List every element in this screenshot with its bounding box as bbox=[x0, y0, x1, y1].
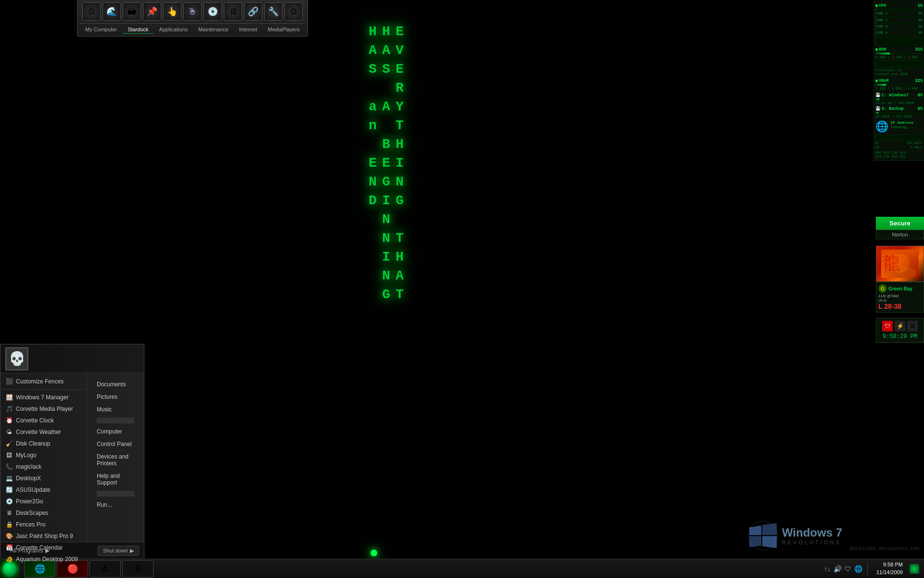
nav-maintenance[interactable]: Maintenance bbox=[193, 26, 233, 34]
norton-brand-label: Norton bbox=[876, 230, 924, 239]
nav-applications[interactable]: Applications bbox=[154, 26, 192, 34]
menu-corvette-clock-label: Corvette Clock bbox=[16, 417, 54, 424]
menu-fences-pro[interactable]: 🔒 Fences Pro bbox=[0, 519, 87, 530]
shutdown-button[interactable]: Shut down ▶ bbox=[98, 546, 139, 556]
menu-disk-cleanup[interactable]: 🧹 Disk Cleanup bbox=[0, 438, 87, 449]
menu-power2go-label: Power2Go bbox=[16, 498, 43, 505]
show-desktop-button[interactable] bbox=[910, 564, 919, 574]
sports-date: 11/8 @TAM bbox=[878, 294, 922, 298]
game-widget[interactable]: 龍 bbox=[876, 246, 924, 282]
right-run[interactable]: Run... bbox=[90, 499, 141, 511]
menu-desktopx[interactable]: 💻 DesktopX bbox=[0, 473, 87, 484]
core4-val: 0% bbox=[919, 31, 923, 35]
toolbar-icon-3[interactable]: 🏔 bbox=[123, 2, 141, 21]
tray-monitor-icon[interactable]: 🖥 bbox=[907, 321, 918, 331]
win7-text-area: Windows 7 REVOLUTIONS bbox=[782, 526, 842, 545]
right-documents[interactable]: Documents bbox=[90, 378, 141, 391]
ram-percent: 31% bbox=[915, 47, 923, 52]
mylogo-icon: 🖼 bbox=[5, 451, 13, 459]
drive-g-bar bbox=[875, 112, 923, 114]
right-help[interactable]: Help and Support bbox=[90, 470, 141, 489]
menu-paintshop[interactable]: 🎨 Jasc Paint Shop Pro 9 bbox=[0, 530, 87, 542]
toolbar-icon-4[interactable]: 📌 bbox=[143, 2, 161, 21]
menu-corvette-clock[interactable]: ⏰ Corvette Clock bbox=[0, 415, 87, 426]
core2-fill bbox=[875, 22, 876, 24]
drive-c-fill bbox=[875, 98, 879, 100]
menu-mylogo[interactable]: 🖼 MyLogo bbox=[0, 449, 87, 461]
net-dl-row: DL 320.0B/s bbox=[875, 141, 923, 145]
taskbar-clock[interactable]: 9:58 PM 11/14/2009 bbox=[873, 561, 907, 576]
clock-time: 9:58 PM bbox=[876, 561, 903, 568]
menu-corvette-weather[interactable]: 🌤 Corvette Weather bbox=[0, 426, 87, 438]
vram-label: VRAM bbox=[879, 79, 888, 83]
toolbar-icon-1[interactable]: ⚙ bbox=[82, 2, 101, 21]
nav-mycomputer[interactable]: My Computer bbox=[80, 26, 122, 34]
toolbar-icon-11[interactable]: ⚙ bbox=[284, 2, 303, 21]
toolbar-icon-6[interactable]: 🖱 bbox=[183, 2, 202, 21]
drive-c-bar bbox=[875, 98, 923, 100]
toolbar-icon-8[interactable]: 🖥 bbox=[224, 2, 242, 21]
menu-corvette-media-label: Corvette Media Player bbox=[16, 406, 73, 412]
menu-magiclack[interactable]: 📞 magiclack bbox=[0, 461, 87, 473]
tray-shield-icon[interactable]: 🛡 bbox=[882, 321, 893, 331]
taskbar-thumb-4[interactable]: 🖥 bbox=[122, 560, 154, 578]
nav-mediaplayers[interactable]: MediaPlayers bbox=[263, 26, 305, 34]
tray-lightning-icon[interactable]: ⚡ bbox=[895, 321, 905, 331]
toolbar-icon-9[interactable]: 🔗 bbox=[244, 2, 262, 21]
menu-deskscapes-label: DeskScapes bbox=[16, 510, 48, 516]
norton-secure-button[interactable]: Secure bbox=[876, 217, 924, 230]
menu-corvette-weather-label: Corvette Weather bbox=[16, 429, 61, 435]
cpu-percent: 1% bbox=[918, 3, 923, 8]
right-control-panel[interactable]: Control Panel bbox=[90, 438, 141, 450]
toolbar-icon-7[interactable]: 💿 bbox=[204, 2, 222, 21]
menu-customize-fences[interactable]: ⬛ Customize Fences bbox=[0, 376, 87, 387]
right-music[interactable]: Music bbox=[90, 403, 141, 416]
desktopx-icon: 💻 bbox=[5, 474, 13, 482]
menu-power2go[interactable]: 💿 Power2Go bbox=[0, 496, 87, 507]
tray-security-icon[interactable]: 🛡 bbox=[845, 565, 851, 573]
core3-fill bbox=[875, 28, 876, 30]
start-menu-body: ⬛ Customize Fences 🪟 Windows 7 Manager 🎵… bbox=[0, 373, 144, 542]
menu-windows7-manager-label: Windows 7 Manager bbox=[16, 394, 68, 401]
win7-manager-icon: 🪟 bbox=[5, 394, 13, 401]
net-graph bbox=[875, 134, 923, 140]
start-menu-left-panel: ⬛ Customize Fences 🪟 Windows 7 Manager 🎵… bbox=[0, 373, 87, 542]
all-programs-arrow: ▶ bbox=[45, 547, 50, 554]
dl-label: DL bbox=[875, 141, 879, 145]
start-menu: 💀 ⬛ Customize Fences 🪟 Windows 7 Manager… bbox=[0, 344, 144, 559]
menu-corvette-media-player[interactable]: 🎵 Corvette Media Player bbox=[0, 403, 87, 415]
tray-network-icon[interactable]: ↑↓ bbox=[824, 565, 831, 573]
start-menu-header: 💀 bbox=[0, 344, 144, 373]
menu-asusupdate[interactable]: 🔄 ASUSUpdate bbox=[0, 484, 87, 496]
tray-internet-icon[interactable]: 🌐 bbox=[854, 565, 862, 573]
start-menu-right-panel: Documents Pictures Music Computer Contro… bbox=[87, 373, 144, 542]
deskscapes-icon: 🖥 bbox=[5, 509, 13, 517]
power2go-icon: 💿 bbox=[5, 498, 13, 505]
all-programs-button[interactable]: All Programs ▶ bbox=[5, 545, 54, 556]
right-pictures[interactable]: Pictures bbox=[90, 391, 141, 403]
taskbar-thumb-3[interactable]: 🖧 bbox=[90, 560, 121, 578]
uptime2: 01d 13h 35m 29s bbox=[875, 155, 923, 158]
uptime1: 00d 00h 13m 54s bbox=[875, 151, 923, 155]
toolbar-icon-2[interactable]: 🌊 bbox=[103, 2, 121, 21]
vram-bar bbox=[875, 84, 923, 86]
menu-magiclack-label: magiclack bbox=[16, 463, 41, 470]
nav-internet[interactable]: Internet bbox=[234, 26, 262, 34]
tray-volume-icon[interactable]: 🔊 bbox=[834, 565, 842, 573]
core4-bar bbox=[875, 35, 923, 36]
matrix-center-text: EVERYTHING THAT HAS A BEGINNING HAS an E… bbox=[366, 24, 406, 361]
toolbar-icon-5[interactable]: 👆 bbox=[163, 2, 181, 21]
core1-bar bbox=[875, 16, 923, 17]
aquarium-icon: 🐠 bbox=[5, 555, 13, 563]
clock-date: 11/14/2009 bbox=[876, 569, 903, 576]
menu-windows7-manager[interactable]: 🪟 Windows 7 Manager bbox=[0, 392, 87, 403]
nav-stardock[interactable]: Stardock bbox=[123, 26, 153, 34]
right-computer[interactable]: Computer bbox=[90, 425, 141, 438]
right-devices[interactable]: Devices and Printers bbox=[90, 450, 141, 470]
cpu-section-title: ▣ CPU 1% bbox=[875, 3, 923, 8]
menu-deskscapes[interactable]: 🖥 DeskScapes bbox=[0, 507, 87, 519]
processes-count: Processes: 61 bbox=[875, 68, 923, 72]
core3-bar bbox=[875, 28, 923, 30]
toolbar-icon-10[interactable]: 🔧 bbox=[264, 2, 282, 21]
shutdown-label: Shut down bbox=[103, 548, 128, 553]
